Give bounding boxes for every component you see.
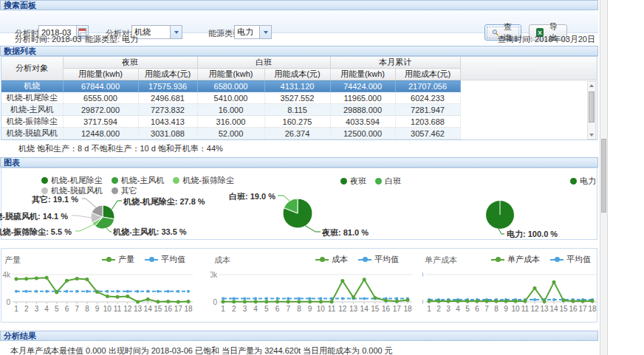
table-cell-value[interactable]: 2496.681 xyxy=(138,92,197,104)
legend-item[interactable]: 夜班 xyxy=(340,176,366,187)
series-point xyxy=(24,277,28,280)
column-header-cost[interactable]: 用能成本(元) xyxy=(395,69,460,80)
table-cell-value[interactable]: 1203.688 xyxy=(395,116,460,128)
table-cell-value[interactable]: 52.000 xyxy=(197,128,264,139)
table-cell-object[interactable]: 机烧-振筛除尘 xyxy=(1,116,63,128)
table-cell-value[interactable]: 3527.552 xyxy=(264,92,330,104)
table-cell-value[interactable]: 11965.000 xyxy=(330,92,395,104)
pie-slice-label: 机烧-主风机: 33.5 % xyxy=(113,227,187,238)
line-marker-icon xyxy=(145,256,158,263)
series-point xyxy=(287,300,290,303)
series-point xyxy=(591,299,595,303)
legend-item[interactable]: 平均值 xyxy=(550,254,591,265)
series-point xyxy=(156,300,160,303)
table-cell-value[interactable]: 6555.000 xyxy=(63,92,138,104)
table-cell-value[interactable]: 29872.000 xyxy=(63,104,138,116)
series-point xyxy=(308,300,312,303)
chart-legend: 单产成本 平均值 xyxy=(491,254,591,265)
table-cell-value[interactable]: 6024.233 xyxy=(395,92,460,104)
table-cell-value[interactable]: 160.275 xyxy=(264,116,330,128)
x-tick-label: 1 xyxy=(427,305,431,313)
column-header-cost[interactable]: 用能成本(元) xyxy=(138,69,197,80)
legend-item[interactable]: 机烧-振筛除尘 xyxy=(173,175,234,186)
table-row[interactable]: 机烧-主风机29872.0007273.83216.0008.11529888.… xyxy=(1,104,597,116)
table-cell-object[interactable]: 机烧-主风机 xyxy=(1,104,63,116)
column-header-cost[interactable]: 用能成本(元) xyxy=(264,69,330,80)
table-cell-value[interactable]: 3031.088 xyxy=(138,128,197,139)
table-cell-object[interactable]: 机烧 xyxy=(1,80,63,92)
saturation-footnote: 机烧 饱和生产：8 d 不饱和生产：10 d 饱和开机率：44% xyxy=(18,143,223,154)
table-cell-value[interactable]: 5410.000 xyxy=(197,92,264,104)
legend-item[interactable]: 机烧-机尾除尘 xyxy=(41,175,103,186)
legend-item[interactable]: 平均值 xyxy=(145,254,185,265)
line-marker-icon xyxy=(102,256,115,263)
table-cell-value[interactable]: 16.000 xyxy=(197,104,264,116)
legend-item[interactable]: 其它 xyxy=(112,185,137,196)
x-tick-label: 12 xyxy=(123,305,132,313)
legend-item[interactable]: 机烧-主风机 xyxy=(112,175,165,186)
search-panel-title: 搜索面板 xyxy=(4,1,36,10)
page-scrollbar[interactable] xyxy=(600,0,608,355)
column-group-night-shift[interactable]: 夜班 xyxy=(63,57,197,69)
x-tick-label: 11 xyxy=(114,305,122,313)
legend-item[interactable]: 平均值 xyxy=(358,254,399,265)
table-cell-value[interactable]: 12500.000 xyxy=(330,128,395,139)
legend-item[interactable]: 白班 xyxy=(375,176,401,187)
legend-item[interactable]: 电力 xyxy=(570,176,596,187)
table-cell-value[interactable]: 29888.000 xyxy=(330,104,395,116)
series-point xyxy=(157,290,160,293)
summary-time: 分析时间: 2018-03 xyxy=(15,34,81,45)
table-scrollbar-thumb[interactable] xyxy=(589,92,595,123)
table-cell-value[interactable]: 7273.832 xyxy=(138,104,197,116)
column-header-object[interactable]: 分析对象 xyxy=(1,57,63,80)
scroll-up-icon[interactable] xyxy=(588,82,595,89)
table-row[interactable]: 机烧-脱硫风机12448.0003031.08852.00026.3741250… xyxy=(1,128,597,139)
svg-text:10k: 10k xyxy=(210,271,218,279)
series-point xyxy=(116,290,119,293)
table-cell-value[interactable]: 316.000 xyxy=(197,116,264,128)
x-tick-label: 8 xyxy=(85,305,89,313)
column-group-day-shift[interactable]: 白班 xyxy=(197,57,330,69)
series-point xyxy=(533,298,536,301)
series-point xyxy=(254,300,258,303)
column-header-energy[interactable]: 用能量(kwh) xyxy=(63,69,138,80)
column-header-energy[interactable]: 用能量(kwh) xyxy=(330,69,395,80)
table-cell-value[interactable]: 6580.000 xyxy=(197,80,264,92)
x-tick-label: 16 xyxy=(569,305,578,313)
table-row[interactable]: 机烧-机尾除尘6555.0002496.6815410.0003527.5521… xyxy=(1,92,597,104)
table-scrollbar[interactable] xyxy=(587,81,596,139)
legend-item[interactable]: 产量 xyxy=(102,254,134,265)
table-cell-value[interactable]: 74424.000 xyxy=(330,80,395,92)
table-cell-value[interactable]: 21707.056 xyxy=(395,80,460,92)
legend-dot-icon xyxy=(173,177,179,184)
table-cell-object[interactable]: 机烧-机尾除尘 xyxy=(1,92,63,104)
column-group-month-total[interactable]: 本月累计 xyxy=(330,57,460,69)
x-tick-label: 7 xyxy=(75,305,79,313)
table-cell-value[interactable]: 3057.462 xyxy=(395,128,460,139)
table-cell-value[interactable]: 4033.594 xyxy=(330,116,395,128)
table-cell-value[interactable]: 26.374 xyxy=(264,128,330,139)
table-cell-value[interactable]: 17575.936 xyxy=(138,80,197,92)
series-point xyxy=(275,300,279,303)
table-cell-value[interactable]: 8.115 xyxy=(264,104,330,116)
legend-item[interactable]: 成本 xyxy=(315,254,348,265)
x-tick-label: 15 xyxy=(154,305,162,313)
analysis-result-title: 分析结果 xyxy=(4,331,36,340)
legend-dot-icon xyxy=(375,178,382,185)
column-header-energy[interactable]: 用能量(kwh) xyxy=(197,69,264,80)
table-cell-value[interactable]: 3717.594 xyxy=(63,116,138,128)
page-scrollbar-thumb[interactable] xyxy=(601,139,606,213)
table-cell-object[interactable]: 机烧-脱硫风机 xyxy=(1,128,63,139)
table-cell-value[interactable]: 4131.120 xyxy=(264,80,330,92)
table-cell-value[interactable]: 1043.413 xyxy=(138,116,197,128)
legend-item[interactable]: 单产成本 xyxy=(491,254,540,265)
x-tick-label: 7 xyxy=(286,305,290,313)
table-cell-value[interactable]: 67844.000 xyxy=(63,80,138,92)
series-point xyxy=(243,297,246,300)
table-cell-value[interactable]: 12448.000 xyxy=(63,128,138,139)
table-row[interactable]: 机烧-振筛除尘3717.5941043.413316.000160.275403… xyxy=(1,116,597,128)
scroll-down-icon[interactable] xyxy=(588,131,595,139)
table-row[interactable]: 机烧67844.00017575.9366580.0004131.1207442… xyxy=(1,80,597,92)
table-cell-value[interactable]: 7281.947 xyxy=(395,104,460,116)
series-point xyxy=(447,300,451,303)
